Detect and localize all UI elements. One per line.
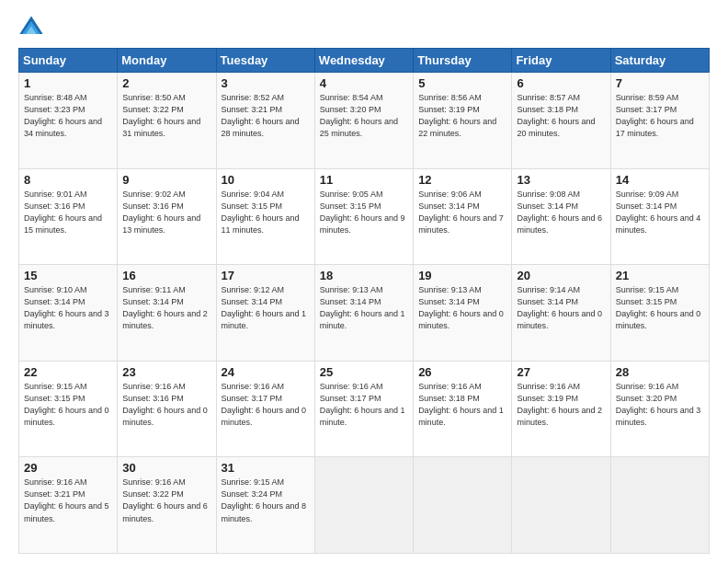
calendar-cell: 22 Sunrise: 9:15 AM Sunset: 3:15 PM Dayl… <box>19 361 118 457</box>
day-number: 15 <box>24 269 112 282</box>
day-info: Sunrise: 9:02 AM Sunset: 3:16 PM Dayligh… <box>122 189 210 236</box>
calendar-cell: 5 Sunrise: 8:56 AM Sunset: 3:19 PM Dayli… <box>414 73 512 169</box>
day-number: 7 <box>616 76 704 90</box>
day-number: 13 <box>517 173 605 187</box>
day-info: Sunrise: 9:08 AM Sunset: 3:14 PM Dayligh… <box>517 189 605 236</box>
day-number: 6 <box>517 76 605 90</box>
day-info: Sunrise: 9:16 AM Sunset: 3:20 PM Dayligh… <box>616 381 704 429</box>
calendar-cell: 26 Sunrise: 9:16 AM Sunset: 3:18 PM Dayl… <box>414 361 512 457</box>
day-number: 8 <box>24 173 112 187</box>
day-number: 27 <box>517 365 605 379</box>
day-number: 11 <box>320 173 408 187</box>
logo-icon <box>18 15 44 40</box>
calendar-cell: 14 Sunrise: 9:09 AM Sunset: 3:14 PM Dayl… <box>610 168 709 265</box>
day-number: 1 <box>24 76 112 90</box>
day-number: 26 <box>418 365 506 379</box>
day-number: 25 <box>320 365 408 379</box>
day-info: Sunrise: 8:56 AM Sunset: 3:19 PM Dayligh… <box>418 92 506 140</box>
day-number: 28 <box>616 365 704 379</box>
day-number: 9 <box>122 173 210 187</box>
calendar-cell: 27 Sunrise: 9:16 AM Sunset: 3:19 PM Dayl… <box>512 361 610 457</box>
header-day-thursday: Thursday <box>414 49 512 73</box>
day-number: 20 <box>517 269 605 282</box>
calendar-cell: 11 Sunrise: 9:05 AM Sunset: 3:15 PM Dayl… <box>314 168 413 265</box>
calendar-cell: 23 Sunrise: 9:16 AM Sunset: 3:16 PM Dayl… <box>118 361 216 457</box>
week-row-3: 15 Sunrise: 9:10 AM Sunset: 3:14 PM Dayl… <box>19 265 710 362</box>
week-row-4: 22 Sunrise: 9:15 AM Sunset: 3:15 PM Dayl… <box>19 361 710 457</box>
day-info: Sunrise: 8:54 AM Sunset: 3:20 PM Dayligh… <box>320 92 408 140</box>
calendar-cell: 12 Sunrise: 9:06 AM Sunset: 3:14 PM Dayl… <box>414 168 512 265</box>
day-number: 18 <box>320 269 408 282</box>
day-number: 21 <box>616 269 704 282</box>
calendar-cell: 8 Sunrise: 9:01 AM Sunset: 3:16 PM Dayli… <box>19 168 118 265</box>
calendar-cell: 28 Sunrise: 9:16 AM Sunset: 3:20 PM Dayl… <box>610 361 709 457</box>
page: SundayMondayTuesdayWednesdayThursdayFrid… <box>0 0 728 563</box>
day-info: Sunrise: 8:59 AM Sunset: 3:17 PM Dayligh… <box>616 92 704 140</box>
day-info: Sunrise: 9:15 AM Sunset: 3:15 PM Dayligh… <box>24 381 112 429</box>
day-number: 2 <box>122 76 210 90</box>
header-day-sunday: Sunday <box>19 49 118 73</box>
day-info: Sunrise: 9:05 AM Sunset: 3:15 PM Dayligh… <box>320 189 408 236</box>
day-info: Sunrise: 8:52 AM Sunset: 3:21 PM Dayligh… <box>222 92 310 140</box>
calendar-cell: 10 Sunrise: 9:04 AM Sunset: 3:15 PM Dayl… <box>216 168 314 265</box>
day-number: 17 <box>222 269 310 282</box>
day-number: 16 <box>122 269 210 282</box>
calendar-cell: 2 Sunrise: 8:50 AM Sunset: 3:22 PM Dayli… <box>118 73 216 169</box>
day-info: Sunrise: 9:01 AM Sunset: 3:16 PM Dayligh… <box>24 189 112 236</box>
day-info: Sunrise: 9:04 AM Sunset: 3:15 PM Dayligh… <box>222 189 310 236</box>
calendar-cell: 13 Sunrise: 9:08 AM Sunset: 3:14 PM Dayl… <box>512 168 610 265</box>
day-number: 10 <box>222 173 310 187</box>
calendar-cell: 16 Sunrise: 9:11 AM Sunset: 3:14 PM Dayl… <box>118 265 216 362</box>
day-info: Sunrise: 8:57 AM Sunset: 3:18 PM Dayligh… <box>517 92 605 140</box>
calendar-cell: 9 Sunrise: 9:02 AM Sunset: 3:16 PM Dayli… <box>118 168 216 265</box>
day-info: Sunrise: 9:16 AM Sunset: 3:17 PM Dayligh… <box>222 381 310 429</box>
day-number: 30 <box>122 461 210 475</box>
day-info: Sunrise: 9:11 AM Sunset: 3:14 PM Dayligh… <box>122 284 210 332</box>
week-row-5: 29 Sunrise: 9:16 AM Sunset: 3:21 PM Dayl… <box>19 457 710 554</box>
day-info: Sunrise: 9:16 AM Sunset: 3:17 PM Dayligh… <box>320 381 408 429</box>
calendar-cell: 7 Sunrise: 8:59 AM Sunset: 3:17 PM Dayli… <box>610 73 709 169</box>
day-info: Sunrise: 9:12 AM Sunset: 3:14 PM Dayligh… <box>222 284 310 332</box>
day-info: Sunrise: 9:15 AM Sunset: 3:24 PM Dayligh… <box>222 477 310 524</box>
header-row: SundayMondayTuesdayWednesdayThursdayFrid… <box>19 49 710 73</box>
calendar-cell: 24 Sunrise: 9:16 AM Sunset: 3:17 PM Dayl… <box>216 361 314 457</box>
calendar-cell <box>512 457 610 554</box>
day-number: 23 <box>122 365 210 379</box>
day-number: 31 <box>222 461 310 475</box>
header-day-wednesday: Wednesday <box>314 49 413 73</box>
header <box>18 15 710 40</box>
calendar-cell: 17 Sunrise: 9:12 AM Sunset: 3:14 PM Dayl… <box>216 265 314 362</box>
day-number: 5 <box>418 76 506 90</box>
day-info: Sunrise: 9:16 AM Sunset: 3:18 PM Dayligh… <box>418 381 506 429</box>
calendar-cell <box>610 457 709 554</box>
calendar-cell: 3 Sunrise: 8:52 AM Sunset: 3:21 PM Dayli… <box>216 73 314 169</box>
day-info: Sunrise: 9:13 AM Sunset: 3:14 PM Dayligh… <box>320 284 408 332</box>
calendar-cell: 25 Sunrise: 9:16 AM Sunset: 3:17 PM Dayl… <box>314 361 413 457</box>
header-day-friday: Friday <box>512 49 610 73</box>
day-info: Sunrise: 9:09 AM Sunset: 3:14 PM Dayligh… <box>616 189 704 236</box>
day-info: Sunrise: 8:50 AM Sunset: 3:22 PM Dayligh… <box>122 92 210 140</box>
header-day-tuesday: Tuesday <box>216 49 314 73</box>
day-number: 24 <box>222 365 310 379</box>
calendar-cell: 20 Sunrise: 9:14 AM Sunset: 3:14 PM Dayl… <box>512 265 610 362</box>
day-info: Sunrise: 9:16 AM Sunset: 3:16 PM Dayligh… <box>122 381 210 429</box>
day-info: Sunrise: 9:14 AM Sunset: 3:14 PM Dayligh… <box>517 284 605 332</box>
day-info: Sunrise: 9:13 AM Sunset: 3:14 PM Dayligh… <box>418 284 506 332</box>
calendar-cell: 21 Sunrise: 9:15 AM Sunset: 3:15 PM Dayl… <box>610 265 709 362</box>
calendar-cell: 30 Sunrise: 9:16 AM Sunset: 3:22 PM Dayl… <box>118 457 216 554</box>
day-number: 19 <box>418 269 506 282</box>
day-info: Sunrise: 9:16 AM Sunset: 3:22 PM Dayligh… <box>122 477 210 524</box>
calendar-cell <box>314 457 413 554</box>
day-info: Sunrise: 9:10 AM Sunset: 3:14 PM Dayligh… <box>24 284 112 332</box>
calendar-header: SundayMondayTuesdayWednesdayThursdayFrid… <box>19 49 710 73</box>
calendar-cell: 19 Sunrise: 9:13 AM Sunset: 3:14 PM Dayl… <box>414 265 512 362</box>
calendar: SundayMondayTuesdayWednesdayThursdayFrid… <box>18 48 710 554</box>
calendar-cell: 29 Sunrise: 9:16 AM Sunset: 3:21 PM Dayl… <box>19 457 118 554</box>
calendar-cell: 1 Sunrise: 8:48 AM Sunset: 3:23 PM Dayli… <box>19 73 118 169</box>
day-number: 29 <box>24 461 112 475</box>
header-day-saturday: Saturday <box>610 49 709 73</box>
day-info: Sunrise: 9:16 AM Sunset: 3:21 PM Dayligh… <box>24 477 112 524</box>
day-number: 12 <box>418 173 506 187</box>
day-info: Sunrise: 8:48 AM Sunset: 3:23 PM Dayligh… <box>24 92 112 140</box>
day-number: 22 <box>24 365 112 379</box>
